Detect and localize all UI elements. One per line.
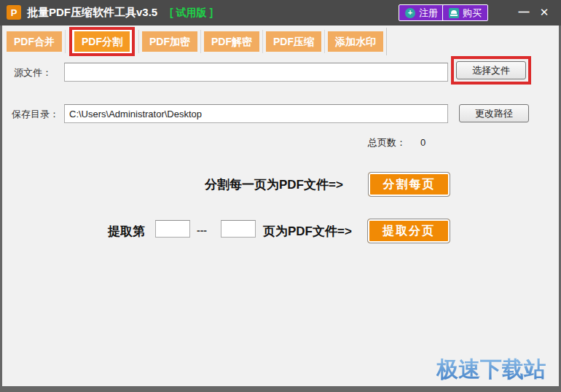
- extract-suffix-label: 页为PDF文件=>: [263, 223, 352, 240]
- buy-button-label: 购买: [463, 7, 482, 20]
- active-tab-highlight: PDF分割: [69, 27, 135, 56]
- app-window: P 批量PDF压缩软件工具v3.5 [ 试用版 ] + 注册 购买 — ✕ PD…: [0, 0, 561, 392]
- extract-to-input[interactable]: [221, 220, 256, 238]
- source-file-input[interactable]: [64, 63, 448, 82]
- save-dir-label: 保存目录：: [12, 108, 59, 121]
- titlebar: P 批量PDF压缩软件工具v3.5 [ 试用版 ] + 注册 购买 — ✕: [0, 0, 561, 26]
- source-file-label: 源文件：: [14, 66, 52, 79]
- tab-pdf-merge[interactable]: PDF合并: [7, 31, 62, 52]
- register-gear-icon: +: [405, 8, 415, 18]
- tab-separator: [262, 30, 263, 53]
- window-body: PDF合并 PDF分割 PDF加密 PDF解密 PDF压缩 添加水印 源文件： …: [2, 26, 559, 386]
- tab-pdf-compress[interactable]: PDF压缩: [266, 31, 321, 52]
- tab-separator: [200, 30, 201, 53]
- range-separator: ---: [197, 224, 207, 236]
- buy-button[interactable]: 购买: [442, 4, 488, 21]
- tab-pdf-encrypt[interactable]: PDF加密: [142, 31, 197, 52]
- buy-basket-icon: [449, 8, 459, 18]
- total-pages: 总页数：0: [368, 136, 425, 149]
- choose-file-highlight: 选择文件: [451, 56, 531, 85]
- tab-separator: [324, 30, 325, 53]
- extract-prefix-label: 提取第: [108, 223, 145, 240]
- tab-add-watermark[interactable]: 添加水印: [328, 31, 383, 52]
- change-path-button[interactable]: 更改路径: [459, 104, 529, 122]
- tab-separator: [138, 30, 139, 53]
- split-caption: 分割每一页为PDF文件=>: [205, 176, 343, 193]
- register-button-label: 注册: [419, 7, 438, 20]
- total-pages-value: 0: [420, 137, 425, 148]
- tab-pdf-split[interactable]: PDF分割: [74, 31, 130, 52]
- app-logo-icon: P: [7, 5, 21, 20]
- split-every-page-button[interactable]: 分割每页: [368, 172, 450, 197]
- window-title: 批量PDF压缩软件工具v3.5: [27, 6, 157, 20]
- tab-bar-end-divider: [386, 28, 387, 55]
- save-dir-input[interactable]: [64, 104, 448, 123]
- close-button[interactable]: ✕: [536, 4, 552, 20]
- tab-bar: PDF合并 PDF分割 PDF加密 PDF解密 PDF压缩 添加水印: [7, 27, 390, 56]
- trial-badge: [ 试用版 ]: [170, 7, 213, 20]
- total-pages-label: 总页数：: [368, 137, 406, 148]
- extract-from-input[interactable]: [155, 220, 190, 238]
- tab-pdf-decrypt[interactable]: PDF解密: [204, 31, 259, 52]
- minimize-button[interactable]: —: [516, 4, 532, 20]
- extract-pages-button[interactable]: 提取分页: [367, 219, 450, 243]
- tab-separator: [65, 30, 66, 53]
- register-button[interactable]: + 注册: [399, 4, 444, 21]
- site-watermark: 极速下载站: [436, 355, 546, 385]
- choose-file-button[interactable]: 选择文件: [456, 61, 526, 79]
